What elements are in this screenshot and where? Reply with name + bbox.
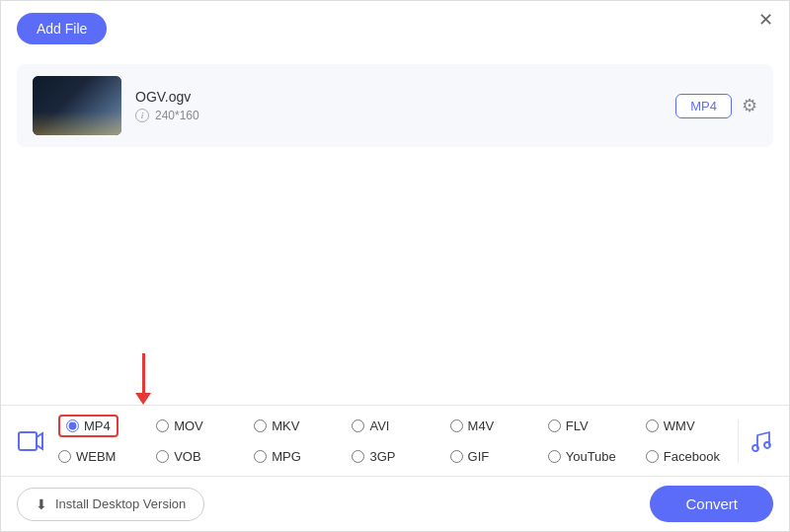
format-label-facebook: Facebook — [664, 449, 720, 464]
action-bar: ⬇ Install Desktop Version Convert — [1, 476, 789, 531]
format-radio-gif[interactable] — [450, 450, 463, 463]
format-option-wmv[interactable]: WMV — [640, 411, 738, 441]
format-option-gif[interactable]: GIF — [444, 441, 542, 472]
format-label-mp4: MP4 — [84, 418, 111, 433]
format-label-avi: AVI — [369, 418, 389, 433]
close-button[interactable]: ✕ — [758, 11, 773, 29]
install-desktop-button[interactable]: ⬇ Install Desktop Version — [17, 488, 204, 521]
format-label-3gp: 3GP — [369, 449, 395, 464]
format-option-facebook[interactable]: Facebook — [640, 441, 738, 472]
format-radio-mp4[interactable] — [66, 419, 79, 432]
video-format-icon — [9, 419, 52, 463]
format-radio-mov[interactable] — [156, 419, 169, 432]
format-radio-wmv[interactable] — [646, 419, 659, 432]
file-list: OGV.ogv i 240*160 MP4 ⚙ — [17, 64, 773, 147]
format-label-gif: GIF — [468, 449, 490, 464]
format-option-flv[interactable]: FLV — [542, 411, 640, 441]
file-dimensions: 240*160 — [155, 109, 199, 122]
convert-button[interactable]: Convert — [650, 486, 773, 522]
top-bar: Add File ✕ — [1, 1, 789, 56]
settings-button[interactable]: ⚙ — [742, 95, 757, 116]
format-label-mkv: MKV — [272, 418, 299, 433]
add-file-button[interactable]: Add File — [17, 13, 107, 44]
format-radio-3gp[interactable] — [352, 450, 364, 463]
format-option-mpg[interactable]: MPG — [248, 441, 346, 472]
file-info: OGV.ogv i 240*160 — [135, 89, 662, 122]
format-radio-mkv[interactable] — [254, 419, 267, 432]
file-actions: MP4 ⚙ — [675, 94, 757, 118]
info-icon: i — [135, 109, 149, 122]
format-label-mpg: MPG — [272, 449, 301, 464]
arrow-indicator — [135, 353, 151, 405]
format-option-3gp[interactable]: 3GP — [346, 441, 443, 472]
format-badge-button[interactable]: MP4 — [675, 94, 732, 118]
format-option-vob[interactable]: VOB — [150, 441, 248, 472]
format-label-m4v: M4V — [468, 418, 495, 433]
format-label-youtube: YouTube — [566, 449, 616, 464]
format-label-wmv: WMV — [664, 418, 695, 433]
format-grid: MP4 MOV MKV AVI M4V FLV WMV — [52, 407, 738, 476]
middle-area — [1, 155, 789, 372]
install-label: Install Desktop Version — [55, 496, 186, 511]
thumbnail-image — [33, 76, 121, 135]
file-meta: i 240*160 — [135, 109, 662, 122]
format-option-m4v[interactable]: M4V — [444, 411, 542, 441]
format-option-mkv[interactable]: MKV — [248, 411, 346, 441]
format-label-flv: FLV — [566, 418, 589, 433]
format-option-avi[interactable]: AVI — [346, 411, 443, 441]
arrow-head — [135, 393, 151, 405]
format-option-mp4[interactable]: MP4 — [52, 411, 150, 441]
format-radio-facebook[interactable] — [646, 450, 659, 463]
format-radio-mpg[interactable] — [254, 450, 267, 463]
file-name: OGV.ogv — [135, 89, 662, 105]
format-label-vob: VOB — [174, 449, 200, 464]
format-radio-webm[interactable] — [58, 450, 71, 463]
format-radio-vob[interactable] — [156, 450, 169, 463]
svg-rect-0 — [19, 432, 37, 450]
format-radio-flv[interactable] — [548, 419, 561, 432]
format-radio-m4v[interactable] — [450, 419, 463, 432]
format-label-mov: MOV — [174, 418, 203, 433]
format-option-webm[interactable]: WEBM — [52, 441, 150, 472]
format-option-mov[interactable]: MOV — [150, 411, 248, 441]
file-thumbnail — [33, 76, 121, 135]
format-option-youtube[interactable]: YouTube — [542, 441, 640, 472]
format-radio-avi[interactable] — [352, 419, 364, 432]
format-panel: MP4 MOV MKV AVI M4V FLV WMV — [1, 405, 789, 476]
format-radio-youtube[interactable] — [548, 450, 561, 463]
arrow-shaft — [142, 353, 145, 393]
download-icon: ⬇ — [36, 496, 47, 512]
audio-format-icon[interactable] — [738, 419, 781, 463]
format-label-webm: WEBM — [76, 449, 116, 464]
